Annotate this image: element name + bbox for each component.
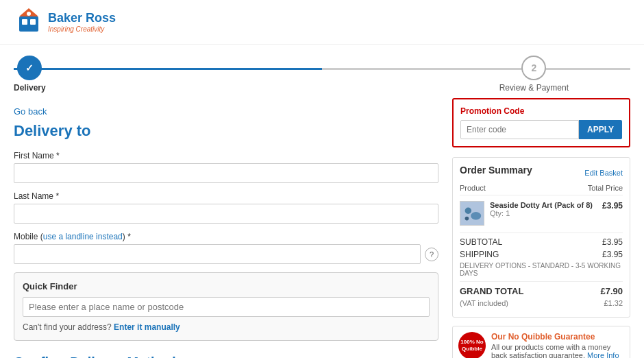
order-summary-title: Order Summary bbox=[460, 165, 532, 176]
header: Baker Ross Inspiring Creativity bbox=[0, 0, 644, 45]
right-column: Promotion Code APPLY Order Summary Edit … bbox=[452, 98, 630, 358]
order-summary-header: Order Summary Edit Basket bbox=[460, 165, 623, 181]
subtotal-label: SUBTOTAL bbox=[460, 237, 502, 247]
guarantee-badge: 100% No Quibble bbox=[458, 332, 486, 358]
go-back[interactable]: Go back bbox=[14, 106, 438, 117]
go-back-link[interactable]: Go back bbox=[14, 106, 47, 117]
first-name-group: First Name * bbox=[14, 151, 438, 183]
logo: Baker Ross Inspiring Creativity bbox=[14, 7, 116, 37]
guarantee-text: Our No Quibble Guarantee All our product… bbox=[491, 332, 624, 358]
progress-line-filled bbox=[14, 68, 322, 70]
vat-value: £1.32 bbox=[604, 299, 623, 307]
vat-label: (VAT included) bbox=[460, 299, 508, 307]
guarantee-more-link[interactable]: More Info bbox=[587, 351, 619, 358]
col-product: Product bbox=[460, 184, 486, 192]
order-item-qty: Qty: 1 bbox=[490, 209, 597, 217]
promo-code-box: Promotion Code APPLY bbox=[452, 98, 630, 147]
logo-name: Baker Ross bbox=[48, 11, 116, 25]
edit-basket-link[interactable]: Edit Basket bbox=[584, 169, 623, 177]
promo-apply-button[interactable]: APPLY bbox=[579, 120, 622, 139]
baker-ross-logo-icon bbox=[14, 7, 44, 37]
quick-finder-input[interactable] bbox=[23, 297, 430, 317]
mobile-input-row: ? bbox=[14, 244, 438, 264]
landline-link[interactable]: use a landline instead bbox=[43, 232, 123, 241]
col-total: Total Price bbox=[588, 184, 623, 192]
quick-finder-box: Quick Finder Can't find your address? En… bbox=[14, 272, 438, 341]
step-delivery: ✓ Delivery bbox=[14, 56, 46, 93]
delivery-to-title: Delivery to bbox=[14, 122, 438, 140]
order-item-name: Seaside Dotty Art (Pack of 8) bbox=[490, 201, 597, 209]
last-name-label: Last Name * bbox=[14, 191, 438, 201]
svg-point-4 bbox=[27, 12, 31, 16]
order-summary-cols: Product Total Price bbox=[460, 184, 623, 195]
shipping-note-row: DELIVERY OPTIONS - STANDARD - 3-5 WORKIN… bbox=[460, 262, 623, 277]
promo-label: Promotion Code bbox=[460, 106, 622, 116]
logo-tagline: Inspiring Creativity bbox=[48, 25, 116, 33]
first-name-input[interactable] bbox=[14, 163, 438, 183]
progress-bar-area: ✓ Delivery 2 Review & Payment bbox=[0, 45, 644, 98]
order-item-price: £3.95 bbox=[602, 201, 623, 226]
svg-point-7 bbox=[471, 212, 481, 219]
promo-input-row: APPLY bbox=[460, 120, 622, 139]
shipping-value: £3.95 bbox=[602, 250, 623, 259]
left-column: Go back Delivery to First Name * Last Na… bbox=[14, 98, 438, 358]
guarantee-title: Our No Quibble Guarantee bbox=[491, 332, 624, 342]
vat-row: (VAT included) £1.32 bbox=[460, 299, 623, 307]
mobile-input[interactable] bbox=[14, 244, 421, 264]
order-summary-box: Order Summary Edit Basket Product Total … bbox=[452, 157, 630, 318]
order-item-image bbox=[460, 201, 484, 226]
mobile-group: Mobile (use a landline instead) * ? bbox=[14, 232, 438, 264]
quick-finder-title: Quick Finder bbox=[23, 281, 430, 291]
promo-code-input[interactable] bbox=[460, 120, 579, 139]
step-review: 2 Review & Payment bbox=[499, 56, 569, 93]
logo-text: Baker Ross Inspiring Creativity bbox=[48, 11, 116, 33]
svg-rect-2 bbox=[30, 19, 36, 25]
last-name-input[interactable] bbox=[14, 204, 438, 224]
cant-find: Can't find your address? Enter it manual… bbox=[23, 322, 430, 332]
order-item-thumbnail bbox=[460, 202, 484, 225]
last-name-group: Last Name * bbox=[14, 191, 438, 224]
svg-rect-5 bbox=[460, 202, 484, 225]
shipping-label: SHIPPING bbox=[460, 250, 499, 259]
svg-point-6 bbox=[465, 208, 471, 214]
step-review-circle: 2 bbox=[521, 56, 546, 80]
grand-total-value: £7.90 bbox=[600, 286, 623, 296]
subtotal-value: £3.95 bbox=[602, 237, 623, 247]
shipping-row: SHIPPING £3.95 bbox=[460, 250, 623, 259]
svg-point-8 bbox=[465, 217, 469, 221]
shipping-note: DELIVERY OPTIONS - STANDARD - 3-5 WORKIN… bbox=[460, 262, 623, 277]
step-review-label: Review & Payment bbox=[499, 83, 569, 93]
progress-track: ✓ Delivery 2 Review & Payment bbox=[14, 56, 630, 93]
confirm-delivery-title: Confirm Delivery Method bbox=[14, 355, 438, 358]
summary-divider-1 bbox=[460, 232, 623, 233]
order-item-row: Seaside Dotty Art (Pack of 8) Qty: 1 £3.… bbox=[460, 201, 623, 226]
mobile-label: Mobile (use a landline instead) * bbox=[14, 232, 438, 241]
step-delivery-label: Delivery bbox=[14, 83, 46, 93]
main-layout: Go back Delivery to First Name * Last Na… bbox=[0, 98, 644, 358]
subtotal-row: SUBTOTAL £3.95 bbox=[460, 237, 623, 247]
mobile-help-icon[interactable]: ? bbox=[425, 248, 438, 261]
summary-divider-2 bbox=[460, 281, 623, 282]
order-item-info: Seaside Dotty Art (Pack of 8) Qty: 1 bbox=[490, 201, 597, 226]
step-delivery-circle: ✓ bbox=[17, 56, 42, 80]
enter-manually-link[interactable]: Enter it manually bbox=[114, 322, 180, 332]
grand-total-row: GRAND TOTAL £7.90 bbox=[460, 286, 623, 296]
grand-total-label: GRAND TOTAL bbox=[460, 286, 523, 296]
guarantee-box: 100% No Quibble Our No Quibble Guarantee… bbox=[452, 326, 630, 358]
svg-rect-1 bbox=[22, 19, 27, 25]
first-name-label: First Name * bbox=[14, 151, 438, 160]
